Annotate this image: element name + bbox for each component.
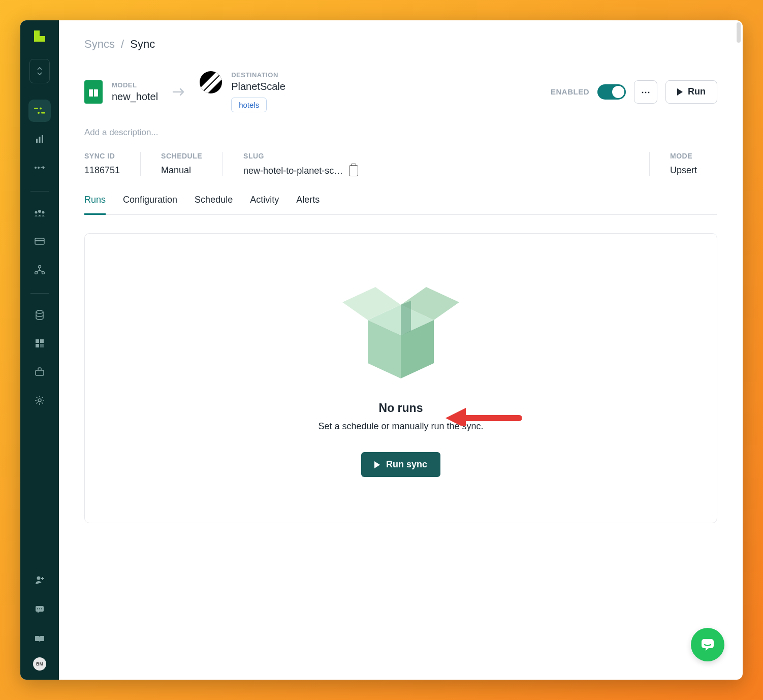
run-sync-button[interactable]: Run sync <box>361 452 440 477</box>
play-icon <box>677 88 683 96</box>
more-menu-button[interactable]: ⋯ <box>634 80 657 104</box>
slug-value: new-hotel-to-planet-sc… <box>243 166 343 176</box>
nav-docs[interactable] <box>28 628 51 650</box>
breadcrumb-parent[interactable]: Syncs <box>84 38 115 50</box>
svg-rect-36 <box>702 639 714 648</box>
svg-rect-5 <box>39 137 41 143</box>
svg-rect-4 <box>36 139 38 143</box>
svg-point-11 <box>42 211 45 214</box>
breadcrumb-separator: / <box>121 38 124 50</box>
google-sheets-icon <box>84 80 103 104</box>
sidebar-bottom: BM <box>28 569 51 680</box>
model-label: MODEL <box>112 81 158 89</box>
tab-configuration[interactable]: Configuration <box>123 195 177 214</box>
svg-marker-34 <box>401 301 411 335</box>
arrow-right-icon <box>172 87 185 97</box>
workspace-selector[interactable] <box>29 59 50 83</box>
run-sync-label: Run sync <box>386 459 427 470</box>
nav-workspace[interactable] <box>28 361 51 383</box>
svg-rect-3 <box>41 112 45 114</box>
nav-schema[interactable] <box>28 259 51 281</box>
svg-rect-6 <box>42 135 43 143</box>
svg-rect-19 <box>40 339 44 343</box>
logo-icon <box>34 30 45 42</box>
nav-chat[interactable] <box>28 598 51 621</box>
slug-label: SLUG <box>243 152 358 160</box>
nav-destinations[interactable] <box>28 332 51 355</box>
nav-billing[interactable] <box>28 230 51 252</box>
copy-icon[interactable] <box>349 165 358 176</box>
destination-name: PlanetScale <box>231 81 285 92</box>
mode-value: Upsert <box>670 165 697 176</box>
svg-rect-21 <box>40 344 44 347</box>
breadcrumb: Syncs / Sync <box>84 38 717 51</box>
nav-analytics[interactable] <box>28 128 51 150</box>
schedule-label: SCHEDULE <box>161 152 202 160</box>
svg-point-28 <box>41 609 42 610</box>
enabled-toggle[interactable] <box>597 84 626 100</box>
svg-rect-22 <box>36 370 44 375</box>
svg-point-8 <box>38 167 40 169</box>
tab-runs[interactable]: Runs <box>84 195 106 215</box>
model-name: new_hotel <box>112 91 158 103</box>
nav-flows[interactable] <box>28 156 51 179</box>
nav-divider <box>30 191 49 192</box>
nav-audiences[interactable] <box>28 202 51 224</box>
breadcrumb-current: Sync <box>130 38 155 50</box>
svg-rect-20 <box>36 344 39 347</box>
schedule-value: Manual <box>161 165 202 176</box>
svg-point-9 <box>38 210 41 213</box>
tab-schedule[interactable]: Schedule <box>195 195 233 214</box>
sync-header: MODEL new_hotel DESTINATION PlanetScale … <box>84 71 717 112</box>
svg-point-17 <box>36 310 43 313</box>
app-window: BM Syncs / Sync MODEL new_hotel DES <box>20 20 743 680</box>
nav-settings[interactable] <box>28 389 51 411</box>
run-button[interactable]: Run <box>665 80 717 104</box>
nav-sources[interactable] <box>28 304 51 326</box>
empty-title: No runs <box>379 401 423 415</box>
tabs: Runs Configuration Schedule Activity Ale… <box>84 195 717 215</box>
description-input[interactable]: Add a description... <box>84 128 717 138</box>
play-icon <box>374 461 380 468</box>
svg-point-14 <box>39 266 41 268</box>
nav-divider-2 <box>30 293 49 294</box>
svg-rect-0 <box>34 108 38 109</box>
empty-state-panel: No runs Set a schedule or manually run t… <box>84 233 717 523</box>
model-block: MODEL new_hotel <box>84 80 158 104</box>
meta-row: SYNC ID 1186751 SCHEDULE Manual SLUG new… <box>84 152 717 176</box>
empty-subtitle: Set a schedule or manually run the sync. <box>318 421 483 432</box>
intercom-chat-button[interactable] <box>691 628 724 661</box>
svg-point-26 <box>37 609 38 610</box>
sync-id-label: SYNC ID <box>84 152 120 160</box>
avatar[interactable]: BM <box>33 657 46 671</box>
nav-invite[interactable] <box>28 569 51 591</box>
svg-point-10 <box>35 211 38 214</box>
header-actions: ENABLED ⋯ Run <box>551 80 717 104</box>
tab-activity[interactable]: Activity <box>250 195 279 214</box>
svg-point-2 <box>38 112 40 114</box>
svg-rect-13 <box>35 240 44 241</box>
destination-block: DESTINATION PlanetScale hotels <box>200 71 285 112</box>
svg-rect-18 <box>36 339 39 343</box>
svg-point-1 <box>40 108 42 110</box>
sync-id-value: 1186751 <box>84 165 120 176</box>
empty-box-illustration <box>335 274 467 381</box>
run-button-label: Run <box>688 86 706 97</box>
destination-label: DESTINATION <box>231 71 285 79</box>
svg-point-27 <box>39 609 40 610</box>
destination-tag[interactable]: hotels <box>231 98 267 112</box>
svg-point-7 <box>35 167 37 169</box>
svg-point-24 <box>37 577 41 580</box>
sidebar: BM <box>20 20 59 680</box>
planetscale-icon <box>200 71 222 93</box>
tab-alerts[interactable]: Alerts <box>296 195 320 214</box>
svg-point-23 <box>38 399 41 402</box>
enabled-label: ENABLED <box>551 87 589 96</box>
nav-syncs[interactable] <box>28 100 51 122</box>
mode-label: MODE <box>670 152 697 160</box>
main-content: Syncs / Sync MODEL new_hotel DESTINATION… <box>59 20 743 680</box>
